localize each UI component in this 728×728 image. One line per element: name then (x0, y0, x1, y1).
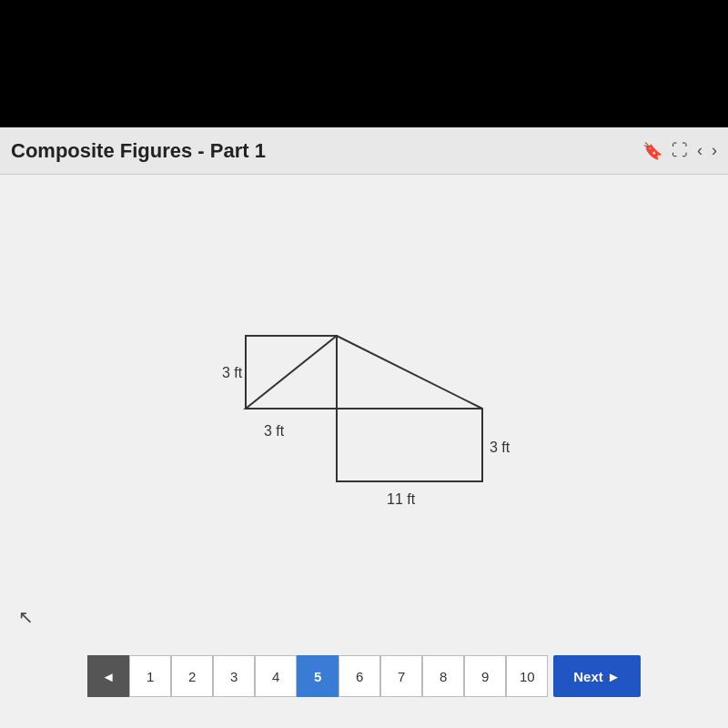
header-icons: 🔖 ⛶ ‹ › (642, 141, 717, 161)
label-left-height: 3 ft (222, 365, 243, 380)
bookmark-icon[interactable]: 🔖 (642, 141, 662, 161)
next-nav-icon[interactable]: › (712, 141, 717, 160)
page-title: Composite Figures - Part 1 (11, 139, 642, 163)
svg-rect-2 (337, 409, 482, 481)
composite-figure-svg: 3 ft 3 ft 3 ft 11 ft (173, 299, 555, 554)
pagination-bar: ◄ 1 2 3 4 5 6 7 8 9 10 Next ► (18, 652, 710, 701)
fullscreen-icon[interactable]: ⛶ (672, 141, 688, 160)
svg-marker-1 (246, 336, 482, 409)
page-button-2[interactable]: 2 (171, 655, 213, 697)
page-button-3[interactable]: 3 (213, 655, 255, 697)
label-top-width: 3 ft (264, 423, 285, 439)
page-button-8[interactable]: 8 (422, 655, 464, 697)
next-button[interactable]: Next ► (553, 655, 641, 697)
page-button-7[interactable]: 7 (380, 655, 422, 697)
page-button-10[interactable]: 10 (506, 655, 548, 697)
header-bar: Composite Figures - Part 1 🔖 ⛶ ‹ › (0, 127, 728, 175)
prev-page-button[interactable]: ◄ (87, 655, 129, 697)
cursor-indicator: ↖ (18, 606, 34, 628)
page-button-4[interactable]: 4 (255, 655, 297, 697)
page-button-9[interactable]: 9 (464, 655, 506, 697)
top-black-bar (0, 0, 728, 127)
page-button-6[interactable]: 6 (339, 655, 380, 697)
page-button-1[interactable]: 1 (129, 655, 171, 697)
figure-area: 3 ft 3 ft 3 ft 11 ft (18, 202, 710, 652)
main-content: 3 ft 3 ft 3 ft 11 ft ↖ ◄ 1 2 3 4 5 6 7 8… (0, 175, 728, 728)
prev-nav-icon[interactable]: ‹ (697, 141, 703, 160)
label-bottom-width: 11 ft (387, 491, 416, 507)
page-button-5[interactable]: 5 (297, 655, 339, 697)
label-right-height: 3 ft (490, 440, 511, 455)
